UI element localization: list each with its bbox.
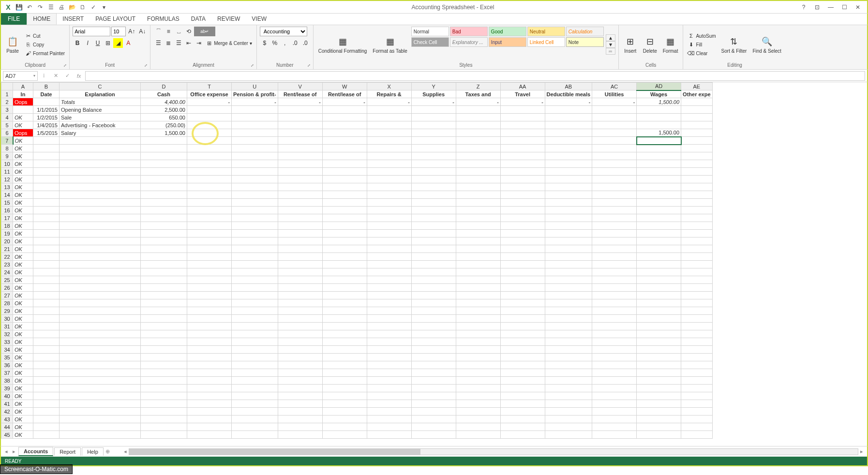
cell[interactable]: Salary	[60, 129, 141, 137]
cell[interactable]	[592, 268, 637, 276]
cell[interactable]	[411, 106, 456, 114]
cell[interactable]	[592, 276, 637, 284]
percent-icon[interactable]: %	[270, 38, 280, 48]
cell[interactable]: Totals	[60, 98, 141, 106]
cell[interactable]	[592, 423, 637, 431]
cell[interactable]	[545, 408, 592, 416]
cell[interactable]	[411, 222, 456, 230]
cell[interactable]	[278, 346, 322, 354]
cell[interactable]	[592, 385, 637, 392]
cell[interactable]	[456, 361, 500, 369]
align-left-icon[interactable]: ☰	[153, 38, 163, 48]
cell[interactable]	[232, 385, 278, 392]
tab-view[interactable]: VIEW	[246, 13, 272, 25]
cell[interactable]	[456, 183, 500, 191]
cell[interactable]	[141, 168, 187, 176]
cell[interactable]	[141, 253, 187, 261]
cell[interactable]	[592, 292, 637, 299]
cell[interactable]	[60, 145, 141, 152]
sheet-tab-report[interactable]: Report	[54, 447, 81, 456]
cell[interactable]	[367, 183, 411, 191]
cell[interactable]	[592, 377, 637, 385]
cell[interactable]	[187, 176, 232, 183]
cell[interactable]	[278, 245, 322, 253]
cell[interactable]: Rent/lease of	[322, 90, 367, 98]
cell[interactable]	[411, 230, 456, 238]
cell[interactable]	[322, 408, 367, 416]
cell[interactable]	[60, 385, 141, 392]
cell[interactable]	[141, 245, 187, 253]
cell[interactable]	[278, 207, 322, 214]
cell[interactable]	[637, 330, 681, 338]
cell[interactable]	[60, 346, 141, 354]
cell[interactable]: 2,500.00	[141, 106, 187, 114]
cell[interactable]	[187, 121, 232, 129]
cell[interactable]	[637, 152, 681, 160]
cell[interactable]	[278, 315, 322, 323]
cell[interactable]	[545, 214, 592, 222]
cell[interactable]	[60, 330, 141, 338]
cell[interactable]	[592, 338, 637, 346]
cell[interactable]	[187, 230, 232, 238]
cell[interactable]	[637, 315, 681, 323]
cell[interactable]	[500, 168, 545, 176]
cell[interactable]	[367, 361, 411, 369]
row-header-13[interactable]: 13	[1, 183, 13, 191]
cell[interactable]	[367, 408, 411, 416]
cell[interactable]	[187, 106, 232, 114]
cell[interactable]	[637, 238, 681, 245]
cell[interactable]	[500, 230, 545, 238]
cell[interactable]	[367, 114, 411, 121]
spreadsheet-grid[interactable]: ABCDTUVWXYZAAABACADAE1InDateExplanationC…	[0, 82, 868, 446]
cell[interactable]	[232, 338, 278, 346]
cell[interactable]	[367, 400, 411, 408]
cell[interactable]	[187, 160, 232, 168]
cell[interactable]	[367, 214, 411, 222]
row-header-1[interactable]: 1	[1, 90, 13, 98]
cell[interactable]	[500, 160, 545, 168]
cell[interactable]	[367, 152, 411, 160]
row-header-43[interactable]: 43	[1, 416, 13, 423]
cell[interactable]	[232, 292, 278, 299]
spell-icon[interactable]: ✓	[89, 3, 98, 12]
cell[interactable]	[367, 176, 411, 183]
cell[interactable]	[367, 268, 411, 276]
row-header-35[interactable]: 35	[1, 354, 13, 361]
cell[interactable]	[592, 238, 637, 245]
cell[interactable]	[278, 191, 322, 199]
sheet-tab-help[interactable]: Help	[82, 447, 104, 456]
cell[interactable]	[232, 369, 278, 377]
cell[interactable]	[187, 400, 232, 408]
cell[interactable]	[637, 431, 681, 439]
cell[interactable]	[500, 307, 545, 315]
row-header-40[interactable]: 40	[1, 392, 13, 400]
cell[interactable]	[681, 245, 712, 253]
cell[interactable]	[232, 354, 278, 361]
cell[interactable]	[141, 160, 187, 168]
cell[interactable]	[141, 323, 187, 330]
cell[interactable]	[367, 261, 411, 268]
col-header-B[interactable]: B	[33, 83, 60, 90]
increase-indent-icon[interactable]: ⇥	[194, 38, 204, 48]
cell[interactable]	[322, 183, 367, 191]
cell[interactable]: Supplies	[411, 90, 456, 98]
cell[interactable]	[141, 369, 187, 377]
cell[interactable]	[33, 214, 60, 222]
cell[interactable]	[681, 385, 712, 392]
tab-data[interactable]: DATA	[185, 13, 211, 25]
cell[interactable]	[322, 377, 367, 385]
row-header-3[interactable]: 3	[1, 106, 13, 114]
cell[interactable]	[367, 245, 411, 253]
cell[interactable]: Oops	[13, 98, 33, 106]
cell[interactable]	[60, 369, 141, 377]
cell[interactable]	[500, 214, 545, 222]
cell[interactable]	[500, 191, 545, 199]
cell[interactable]	[681, 168, 712, 176]
cell[interactable]	[545, 299, 592, 307]
cell[interactable]	[141, 361, 187, 369]
cell[interactable]	[411, 253, 456, 261]
sheet-table[interactable]: ABCDTUVWXYZAAABACADAE1InDateExplanationC…	[1, 82, 713, 439]
cell[interactable]	[322, 338, 367, 346]
cell[interactable]	[545, 207, 592, 214]
cell[interactable]	[141, 354, 187, 361]
